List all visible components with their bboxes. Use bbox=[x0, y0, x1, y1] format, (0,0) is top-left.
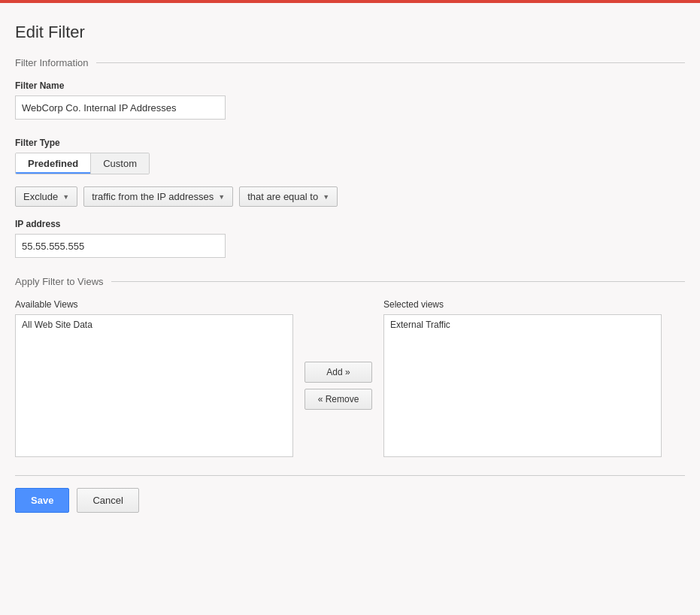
apply-filter-title: Apply Filter to Views bbox=[15, 276, 104, 287]
available-views-col: Available Views All Web Site Data bbox=[15, 299, 293, 457]
save-button[interactable]: Save bbox=[15, 488, 69, 513]
filter-type-label: Filter Type bbox=[15, 138, 685, 148]
exclude-dropdown-label: Exclude bbox=[23, 191, 58, 202]
footer-divider bbox=[15, 475, 685, 476]
traffic-dropdown[interactable]: traffic from the IP addresses ▼ bbox=[83, 186, 233, 207]
ip-address-field: IP address bbox=[15, 219, 685, 258]
traffic-dropdown-arrow: ▼ bbox=[218, 193, 225, 201]
tab-predefined[interactable]: Predefined bbox=[16, 153, 91, 174]
remove-button[interactable]: « Remove bbox=[305, 389, 372, 410]
apply-filter-header: Apply Filter to Views bbox=[15, 276, 685, 287]
exclude-dropdown[interactable]: Exclude ▼ bbox=[15, 186, 77, 207]
cancel-button[interactable]: Cancel bbox=[77, 488, 138, 513]
page-title: Edit Filter bbox=[15, 23, 685, 42]
traffic-dropdown-label: traffic from the IP addresses bbox=[92, 191, 214, 202]
available-views-list[interactable]: All Web Site Data bbox=[15, 314, 293, 457]
exclude-dropdown-arrow: ▼ bbox=[62, 193, 69, 201]
page-container: Edit Filter Filter Information Filter Na… bbox=[0, 0, 700, 615]
filter-information-title: Filter Information bbox=[15, 57, 89, 68]
list-item[interactable]: All Web Site Data bbox=[19, 318, 289, 332]
selected-views-list[interactable]: External Traffic bbox=[383, 314, 662, 457]
add-button[interactable]: Add » bbox=[305, 362, 372, 383]
top-bar bbox=[0, 0, 700, 3]
filter-type-field: Filter Type Predefined Custom bbox=[15, 138, 685, 174]
selected-views-col: Selected views External Traffic bbox=[383, 299, 662, 457]
condition-dropdown[interactable]: that are equal to ▼ bbox=[239, 186, 338, 207]
apply-filter-section: Apply Filter to Views Available Views Al… bbox=[15, 276, 685, 457]
apply-filter-divider bbox=[111, 281, 685, 282]
filter-information-header: Filter Information bbox=[15, 57, 685, 68]
filter-name-input[interactable] bbox=[15, 95, 226, 120]
filter-name-label: Filter Name bbox=[15, 80, 685, 91]
condition-dropdown-label: that are equal to bbox=[247, 191, 318, 202]
ip-address-input[interactable] bbox=[15, 234, 226, 258]
filter-name-field: Filter Name bbox=[15, 80, 685, 120]
filter-type-tabs: Predefined Custom bbox=[15, 153, 150, 174]
condition-dropdown-arrow: ▼ bbox=[323, 193, 329, 201]
filter-information-section: Filter Information Filter Name Filter Ty… bbox=[15, 57, 685, 258]
ip-address-label: IP address bbox=[15, 219, 685, 229]
filter-dropdowns-row: Exclude ▼ traffic from the IP addresses … bbox=[15, 186, 685, 207]
selected-views-label: Selected views bbox=[383, 299, 662, 310]
filter-information-divider bbox=[96, 62, 685, 63]
views-actions: Add » « Remove bbox=[293, 347, 383, 410]
available-views-label: Available Views bbox=[15, 299, 293, 310]
footer-actions: Save Cancel bbox=[15, 488, 685, 513]
views-row: Available Views All Web Site Data Add » … bbox=[15, 299, 685, 457]
tab-custom[interactable]: Custom bbox=[91, 153, 149, 174]
list-item[interactable]: External Traffic bbox=[387, 318, 658, 332]
